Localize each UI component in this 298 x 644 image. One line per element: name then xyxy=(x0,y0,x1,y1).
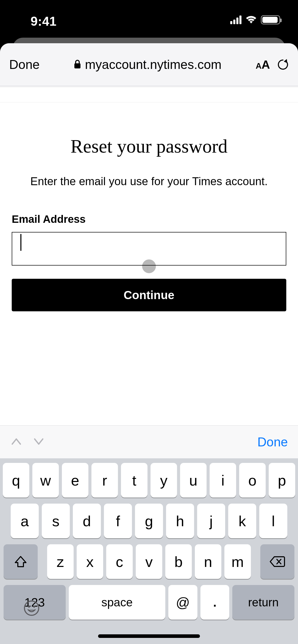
svg-point-1 xyxy=(24,601,39,615)
home-indicator[interactable] xyxy=(98,634,200,638)
reload-button[interactable] xyxy=(277,58,289,71)
key-g[interactable]: g xyxy=(135,504,163,538)
keyboard-accessory-bar: Done xyxy=(0,425,298,458)
key-x[interactable]: x xyxy=(77,544,103,579)
lock-icon xyxy=(74,59,81,70)
aa-big: A xyxy=(262,58,270,71)
email-label: Email Address xyxy=(12,213,286,225)
next-field-button[interactable] xyxy=(33,435,45,449)
safari-sheet: Done myaccount.nytimes.com AA Reset your… xyxy=(0,43,298,644)
key-m[interactable]: m xyxy=(224,544,251,579)
page-top-divider xyxy=(0,87,298,103)
key-shift[interactable] xyxy=(4,544,38,579)
keyboard-row-3: z x c v b n m xyxy=(3,544,295,579)
key-at[interactable]: @ xyxy=(168,585,197,620)
key-dot[interactable]: . xyxy=(200,585,229,620)
key-o[interactable]: o xyxy=(239,463,266,497)
svg-rect-0 xyxy=(74,63,80,68)
keyboard-row-1: q w e r t y u i o p xyxy=(3,463,295,497)
emoji-keyboard-button[interactable] xyxy=(23,600,40,620)
email-input-wrap xyxy=(12,225,286,266)
keyboard-row-4: 123 space @ . return xyxy=(3,585,295,620)
key-b[interactable]: b xyxy=(165,544,192,579)
key-backspace[interactable] xyxy=(260,544,294,579)
continue-button[interactable]: Continue xyxy=(12,279,286,311)
safari-done-button[interactable]: Done xyxy=(9,57,40,72)
key-z[interactable]: z xyxy=(47,544,74,579)
keyboard-done-button[interactable]: Done xyxy=(257,435,288,449)
key-space[interactable]: space xyxy=(69,585,165,620)
key-s[interactable]: s xyxy=(42,504,70,538)
key-n[interactable]: n xyxy=(195,544,221,579)
key-d[interactable]: d xyxy=(73,504,101,538)
key-return[interactable]: return xyxy=(232,585,294,620)
key-r[interactable]: r xyxy=(91,463,118,497)
page-subheading: Enter the email you use for your Times a… xyxy=(12,175,286,188)
svg-point-3 xyxy=(33,606,35,608)
key-p[interactable]: p xyxy=(269,463,295,497)
key-a[interactable]: a xyxy=(11,504,39,538)
key-u[interactable]: u xyxy=(180,463,207,497)
key-w[interactable]: w xyxy=(32,463,59,497)
cellular-icon xyxy=(230,16,241,24)
prev-field-button[interactable] xyxy=(10,435,22,449)
key-q[interactable]: q xyxy=(3,463,29,497)
url-text: myaccount.nytimes.com xyxy=(85,57,221,72)
address-bar[interactable]: myaccount.nytimes.com xyxy=(47,57,249,72)
safari-toolbar: Done myaccount.nytimes.com AA xyxy=(0,43,298,86)
wifi-icon xyxy=(245,15,257,24)
touch-indicator xyxy=(142,259,156,273)
aa-small: A xyxy=(256,61,262,71)
web-content: Reset your password Enter the email you … xyxy=(0,87,298,426)
key-f[interactable]: f xyxy=(104,504,132,538)
key-l[interactable]: l xyxy=(259,504,287,538)
svg-point-2 xyxy=(28,606,30,608)
text-cursor xyxy=(20,234,21,251)
keyboard-row-2: a s d f g h j k l xyxy=(3,504,295,538)
status-time: 9:41 xyxy=(31,14,57,29)
key-v[interactable]: v xyxy=(136,544,162,579)
page-heading: Reset your password xyxy=(12,136,286,157)
key-c[interactable]: c xyxy=(106,544,133,579)
key-j[interactable]: j xyxy=(197,504,225,538)
key-h[interactable]: h xyxy=(166,504,194,538)
key-e[interactable]: e xyxy=(62,463,88,497)
text-size-button[interactable]: AA xyxy=(256,58,270,71)
battery-icon xyxy=(261,15,280,24)
key-i[interactable]: i xyxy=(210,463,236,497)
key-y[interactable]: y xyxy=(151,463,177,497)
status-icons xyxy=(230,15,280,24)
keyboard: q w e r t y u i o p a s d f g h j k l xyxy=(0,458,298,644)
key-t[interactable]: t xyxy=(121,463,147,497)
key-k[interactable]: k xyxy=(228,504,256,538)
